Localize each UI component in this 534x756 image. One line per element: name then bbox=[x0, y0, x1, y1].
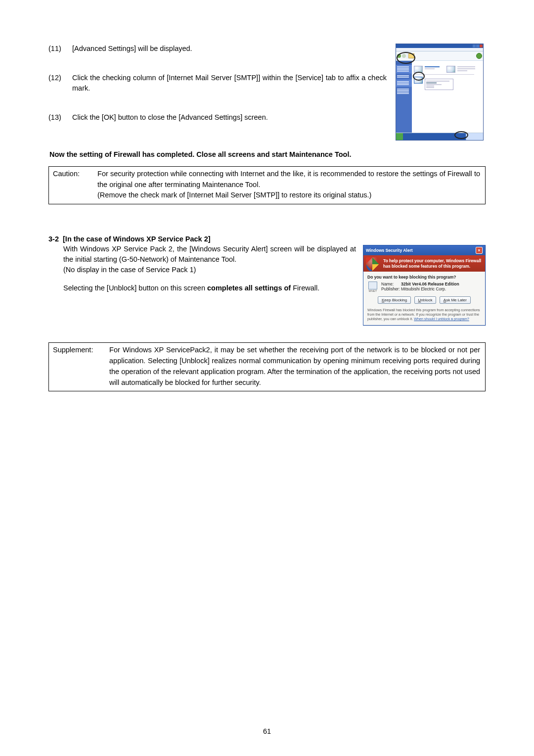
name-value: 32bit Ver4.06 Release Edition bbox=[401, 282, 459, 286]
name-key: Name: bbox=[381, 282, 401, 286]
section-p2-post: Firewall. bbox=[291, 284, 319, 292]
completed-text: Now the setting of Firewall has complete… bbox=[49, 149, 486, 160]
annotation-oval-toolbar bbox=[397, 52, 415, 64]
step-num: (13) bbox=[48, 112, 72, 123]
step-11: (11) [Advanced Settings] will be display… bbox=[48, 44, 387, 54]
step-13: (13) Click the [OK] button to close the … bbox=[48, 112, 387, 123]
caution-box: Caution: For security protection while c… bbox=[48, 166, 486, 204]
close-icon[interactable]: × bbox=[476, 247, 483, 254]
unblock-button[interactable]: Unblock bbox=[414, 296, 437, 304]
annotation-oval-ok bbox=[454, 131, 468, 139]
section-p1: With Windows XP Service Pack 2, the [Win… bbox=[63, 245, 356, 263]
advanced-settings-screenshot bbox=[396, 44, 484, 141]
step-body: Click the checking column of [Internet M… bbox=[72, 73, 387, 94]
alert-question: Do you want to keep blocking this progra… bbox=[367, 275, 481, 280]
step-body: [Advanced Settings] will be displayed. bbox=[72, 44, 387, 54]
step-num: (11) bbox=[48, 44, 72, 54]
alert-banner: To help protect your computer, Windows F… bbox=[383, 258, 481, 269]
section-heading: 3-2 [In the case of Windows XP Service P… bbox=[48, 235, 486, 243]
app-icon-label: MNET bbox=[369, 289, 377, 292]
app-icon: MNET bbox=[367, 282, 378, 292]
alert-title: Windows Security Alert bbox=[366, 248, 413, 253]
section-p2-pre: Selecting the [Unblock] button on this s… bbox=[63, 284, 207, 292]
security-alert-screenshot: Windows Security Alert × To help protect… bbox=[363, 245, 486, 326]
supplement-body: For Windows XP ServicePack2, it may be s… bbox=[109, 345, 480, 388]
keep-blocking-button[interactable]: Keep Blocking bbox=[378, 296, 411, 304]
publisher-value: Mitsubishi Electric Corp. bbox=[401, 286, 446, 291]
ask-later-button[interactable]: Ask Me Later bbox=[440, 296, 471, 304]
section-p2: Selecting the [Unblock] button on this s… bbox=[63, 283, 356, 293]
supplement-label: Supplement: bbox=[53, 345, 107, 356]
step-num: (12) bbox=[48, 73, 72, 94]
publisher-key: Publisher: bbox=[381, 286, 401, 291]
step-body: Click the [OK] button to close the [Adva… bbox=[72, 112, 387, 123]
section-title: [In the case of Windows XP Service Pack … bbox=[63, 235, 211, 243]
supplement-box: Supplement: For Windows XP ServicePack2,… bbox=[48, 342, 486, 391]
section-p1b: (No display in the case of Service Pack … bbox=[63, 266, 196, 274]
alert-footer: Windows Firewall has blocked this progra… bbox=[367, 308, 481, 321]
caution-label: Caution: bbox=[53, 169, 95, 180]
section-p2-bold: completes all settings of bbox=[207, 284, 291, 292]
alert-footer-link[interactable]: When should I unblock a program? bbox=[414, 317, 469, 321]
page-number: 61 bbox=[0, 727, 534, 735]
step-12: (12) Click the checking column of [Inter… bbox=[48, 73, 387, 94]
shield-icon bbox=[366, 257, 379, 271]
section-num: 3-2 bbox=[48, 235, 59, 243]
annotation-oval-service bbox=[413, 72, 425, 81]
caution-body: For security protection while connecting… bbox=[97, 169, 480, 201]
